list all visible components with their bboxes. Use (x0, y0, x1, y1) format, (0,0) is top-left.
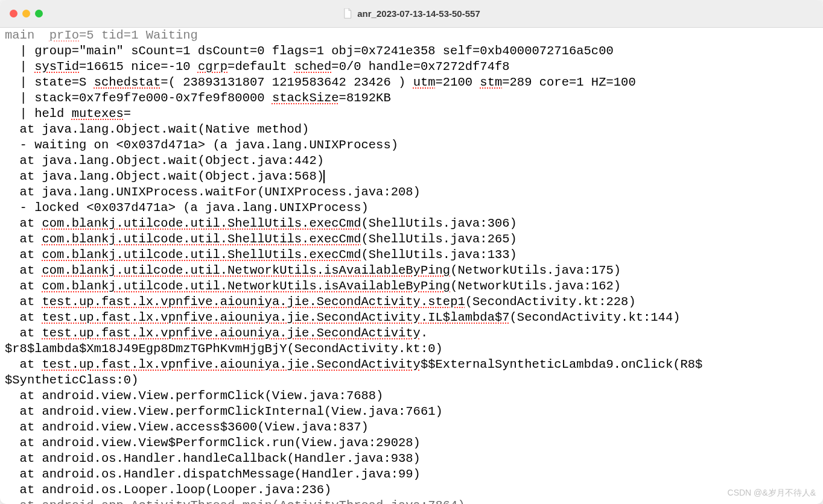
watermark: CSDN @&岁月不待人& (728, 485, 816, 500)
close-icon[interactable] (10, 10, 17, 17)
text-editor-window: anr_2023-07-13-14-53-50-557 main prIo=5 … (0, 0, 823, 504)
titlebar[interactable]: anr_2023-07-13-14-53-50-557 (0, 0, 823, 28)
minimize-icon[interactable] (22, 10, 30, 17)
title-area: anr_2023-07-13-14-53-50-557 (343, 8, 480, 19)
text-content[interactable]: main prIo=5 tid=1 Waiting | group="main"… (0, 28, 823, 504)
window-controls (10, 10, 43, 17)
maximize-icon[interactable] (35, 10, 43, 17)
window-title: anr_2023-07-13-14-53-50-557 (357, 8, 480, 19)
document-icon (343, 8, 352, 19)
text-cursor (323, 170, 325, 183)
